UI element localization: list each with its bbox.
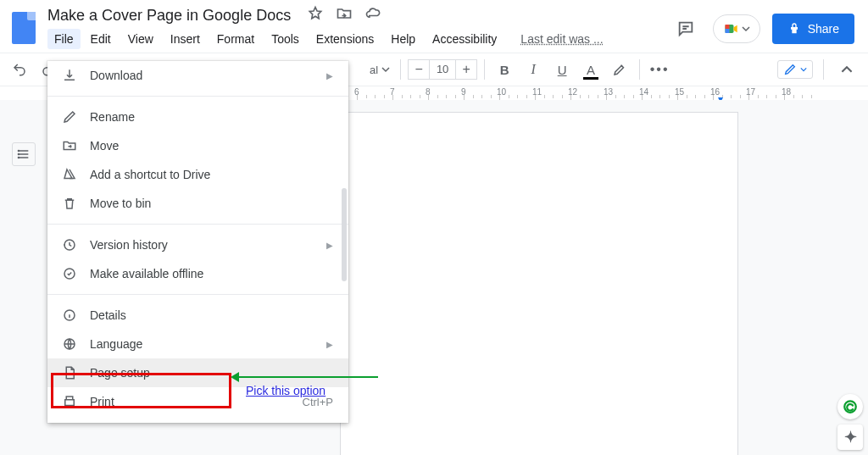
share-label: Share (808, 22, 839, 36)
grammarly-badge-icon[interactable] (837, 394, 863, 419)
menu-view[interactable]: View (121, 29, 160, 49)
font-size-control[interactable]: − 10 + (408, 59, 477, 80)
move-to-folder-icon[interactable] (336, 5, 353, 25)
submenu-arrow-icon: ▶ (326, 340, 333, 349)
menu-help[interactable]: Help (384, 29, 422, 49)
menuitem-download[interactable]: Download ▶ (47, 61, 348, 90)
rename-icon (61, 108, 78, 125)
menu-format[interactable]: Format (210, 29, 261, 49)
menuitem-version-history[interactable]: Version history ▶ (47, 230, 348, 259)
menu-edit[interactable]: Edit (84, 29, 118, 49)
print-icon (61, 393, 78, 410)
docs-logo-icon[interactable] (12, 12, 36, 44)
ruler-tick-label: 18 (782, 87, 791, 97)
menu-accessibility[interactable]: Accessibility (426, 29, 504, 49)
svg-rect-1 (725, 25, 729, 29)
menuitem-make-available-offline[interactable]: Make available offline (47, 259, 348, 288)
ruler-tick-label: 12 (568, 87, 577, 97)
menuitem-label: Version history (90, 238, 326, 252)
cloud-status-icon[interactable] (364, 5, 381, 25)
separator (484, 59, 485, 80)
separator (639, 59, 640, 80)
font-family-label: al (370, 64, 378, 76)
highlight-button[interactable] (607, 58, 632, 81)
menuitem-move[interactable]: Move (47, 131, 348, 160)
offline-icon (61, 265, 78, 282)
menuitem-label: Download (90, 69, 326, 82)
page-setup-icon (61, 364, 78, 381)
undo-button[interactable] (7, 58, 32, 81)
last-edit-link[interactable]: Last edit was ... (514, 29, 609, 49)
comments-icon[interactable] (670, 14, 701, 44)
file-menu-dropdown: Download ▶ Rename Move Add a shortcut to… (47, 61, 348, 423)
submenu-arrow-icon: ▶ (326, 71, 333, 80)
menu-separator (47, 294, 348, 295)
separator (400, 59, 401, 80)
menu-file[interactable]: File (47, 29, 81, 49)
more-tools-button[interactable]: ••• (647, 58, 672, 81)
editing-mode-button[interactable] (777, 60, 813, 79)
annotation-arrow (234, 376, 378, 378)
svg-point-4 (18, 153, 19, 154)
ruler-tick-label: 14 (639, 87, 648, 97)
star-icon[interactable] (307, 5, 324, 25)
ruler-tick-label: 15 (675, 87, 684, 97)
svg-point-5 (18, 157, 19, 158)
svg-point-3 (18, 150, 19, 151)
menuitem-label: Details (90, 308, 333, 322)
bold-button[interactable]: B (492, 58, 517, 81)
arrow-line-icon (234, 376, 378, 378)
menuitem-language[interactable]: Language ▶ (47, 330, 348, 358)
ruler-tick-label: 11 (532, 87, 542, 97)
submenu-arrow-icon: ▶ (326, 241, 333, 250)
outline-toggle-button[interactable] (12, 142, 36, 166)
menuitem-label: Move (90, 139, 333, 153)
history-icon (61, 236, 78, 253)
menuitem-label: Move to bin (90, 197, 333, 210)
document-page[interactable] (340, 112, 738, 455)
ruler-tick-label: 10 (497, 87, 506, 97)
menuitem-label: Add a shortcut to Drive (90, 168, 333, 181)
meet-button[interactable] (713, 14, 760, 43)
share-button[interactable]: Share (772, 14, 854, 44)
annotation-text: Pick this option (246, 384, 326, 397)
menuitem-move-to-bin[interactable]: Move to bin (47, 189, 348, 218)
font-size-value[interactable]: 10 (429, 60, 456, 79)
menuitem-label: Rename (90, 110, 333, 124)
collapse-toolbar-button[interactable] (834, 58, 860, 81)
download-icon (61, 67, 78, 84)
menuitem-add-shortcut[interactable]: Add a shortcut to Drive (47, 160, 348, 189)
menu-extensions[interactable]: Extensions (309, 29, 381, 49)
explore-badge-icon[interactable]: ✦ (837, 424, 863, 450)
bin-icon (61, 195, 78, 212)
menuitem-details[interactable]: Details (47, 301, 348, 330)
menuitem-label: Make available offline (90, 267, 333, 280)
ruler-tick-label: 17 (746, 87, 755, 97)
drive-shortcut-icon (61, 166, 78, 183)
italic-button[interactable]: I (520, 58, 546, 81)
info-icon (61, 307, 78, 324)
menu-scrollbar[interactable] (342, 188, 347, 281)
font-size-increase[interactable]: + (456, 60, 476, 79)
font-size-decrease[interactable]: − (409, 60, 429, 79)
ruler-tick-label: 13 (604, 87, 613, 97)
menu-tools[interactable]: Tools (264, 29, 306, 49)
font-family-dropdown[interactable]: al (366, 64, 393, 76)
menuitem-label: Language (90, 337, 326, 351)
text-color-button[interactable]: A (578, 58, 604, 81)
underline-button[interactable]: U (549, 58, 575, 81)
svg-rect-2 (725, 29, 729, 33)
separator (823, 59, 824, 80)
menuitem-rename[interactable]: Rename (47, 103, 348, 131)
move-folder-icon (61, 137, 78, 154)
language-icon (61, 336, 78, 352)
menubar: File Edit View Insert Format Tools Exten… (47, 29, 670, 49)
menu-insert[interactable]: Insert (164, 29, 207, 49)
menu-separator (47, 224, 348, 225)
menu-separator (47, 96, 348, 97)
document-title[interactable]: Make a Cover Page in Google Docs (47, 7, 291, 25)
